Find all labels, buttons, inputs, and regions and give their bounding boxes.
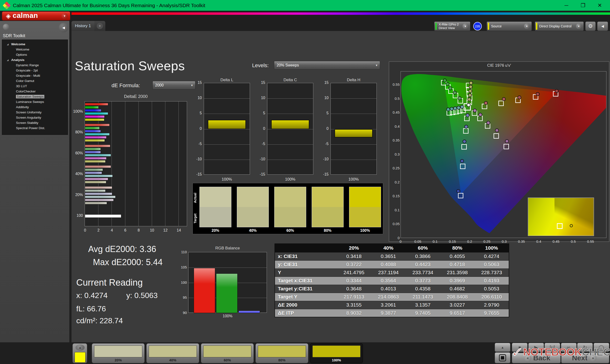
restore-button[interactable]: ❐ [575,0,591,11]
deltae-group-label: 40% [71,172,83,176]
delta-y-tick: 5 [255,111,265,115]
next-button[interactable]: Next » [561,353,609,363]
record-button[interactable]: ◯ [594,343,609,352]
stop-button[interactable]: ⏹ [512,343,528,352]
gridline [204,114,250,114]
stop-measure-button[interactable] [495,352,510,363]
back-button[interactable]: « Back [512,353,561,363]
target-color [274,207,306,227]
gridline [331,160,376,160]
gridline [204,160,250,160]
table-cell: 0.5063 [474,260,509,269]
cie-chart-panel: CIE 1976 u'v' [389,62,609,242]
delta-y-tick: -10 [191,157,202,161]
calman-menu-button[interactable]: ◈ calman ▼ [2,12,70,21]
sidebar-item-grayscale-2pt[interactable]: Grayscale - 2pt [2,68,68,73]
compare-swatch-40% [237,187,269,227]
sidebar-item-saturation-sweeps[interactable]: Saturation Sweeps [2,94,68,99]
table-cell: 0.3651 [371,252,406,260]
pattern-button[interactable]: [u] [545,343,560,352]
compare-swatch-20% [199,187,231,227]
sidebar-item-colorchecker[interactable]: ColorChecker [2,89,68,94]
sidebar-item-welcome[interactable]: Welcome [2,47,68,52]
display-control-dropdown[interactable]: Direct Display Control ▼ [535,21,584,31]
levels-label: Levels: [252,62,269,69]
compare-swatch-60% [274,187,306,227]
table-row: Y241.4795237.1194233.7734231.3598228.737… [275,269,509,277]
deltae-bar [85,136,106,139]
close-button[interactable]: ✕ [591,0,608,11]
table-row-label: ΔE ITP [275,309,337,317]
swatch-label: 100% [310,358,363,362]
play-button[interactable]: ▶ [528,343,544,352]
cie-x-tick: 0.15 [447,239,457,244]
settings-button[interactable]: ⚙ [585,21,596,31]
chevron-up-icon[interactable]: ▲ [76,344,85,351]
add-tab-button[interactable]: + [94,21,105,31]
inset-measured-marker [570,224,573,227]
sidebar-item-luminance-sweeps[interactable]: Luminance Sweeps [2,99,68,104]
swatch-color [258,345,306,357]
meter-mode: Direct View [439,26,459,30]
levels-select[interactable]: 20% Sweeps ▼ [274,61,380,70]
chevron-down-icon: ▼ [62,13,68,19]
sidebar-item-dynamic-range[interactable]: Dynamic Range [2,63,68,68]
saturation-swatch-80%[interactable]: 80% [255,343,308,363]
loop-button[interactable]: ∞ [561,343,577,352]
saturation-swatch-40%[interactable]: 40% [146,343,199,363]
sidebar-item-additivity[interactable]: Additivity [2,104,68,110]
saturation-swatch-60%[interactable]: 60% [201,343,254,363]
tab-history-1[interactable]: History 1 [71,21,94,31]
rgb-bar-red [194,268,215,313]
source-status-stripe [488,23,489,30]
deltae-bar [85,214,121,218]
table-row-label: Y [275,269,337,277]
active-patch-panel[interactable]: ▲ [72,343,87,363]
table-row-label: ΔE 2000 [275,301,337,309]
tree-expand-icon[interactable]: ◢ [7,57,9,63]
actual-color [200,187,231,207]
tree-expand-icon[interactable]: ◢ [7,42,9,47]
sidebar-item-3d-lut[interactable]: 3D LUT [2,84,68,89]
gridline [267,160,313,160]
sidebar-item-options[interactable]: Options [2,52,68,57]
table-cell: 211.1473 [405,293,440,301]
delta-chart-title: Delta L [204,78,250,82]
de-formula-select[interactable]: 2000 ▼ [153,81,195,90]
expand-transport-button[interactable]: ▲ [495,343,510,352]
sidebar-item-grayscale-multi[interactable]: Grayscale - Multi [2,73,68,78]
rgb-y-tick: 110 [176,250,187,254]
compare-swatch-label: 20% [199,228,231,233]
source-dropdown[interactable]: Source ▼ [487,21,532,31]
delta-y-tick: -15 [191,172,202,177]
sidebar-item-spectral-power-dist-[interactable]: Spectral Power Dist. [2,126,68,131]
rgb-y-tick: 105 [176,265,187,269]
saturation-swatch-20%[interactable]: 20% [92,343,145,363]
play-icon: ▶ [534,344,538,350]
deltae-bar [85,195,116,198]
collapse-panel-button[interactable]: ◀ [597,21,608,31]
gridline [165,102,165,226]
sidebar-item-analysis[interactable]: ◢Analysis [2,57,68,63]
refresh-button[interactable]: ↻ [577,343,593,352]
deltae-group-label: 60% [71,151,83,155]
sidebar-item-screen-angularity[interactable]: Screen Angularity [2,115,68,120]
deltae-x-tick: 14 [176,228,182,233]
sidebar-collapse-button[interactable]: ◀ [59,23,68,32]
minimize-button[interactable]: ─ [558,0,575,11]
saturation-swatch-100%[interactable]: 100% [310,343,363,363]
meter-count-badge[interactable]: 235 [473,22,482,30]
sidebar-item-color-gamut[interactable]: Color Gamut [2,78,68,84]
table-cell: 206.6110 [474,293,509,301]
gridline [267,144,313,145]
deltae-bar [85,115,104,118]
meter-dropdown[interactable]: X-Rite i1Pro 2 Direct View ▼ [434,21,470,31]
delta-y-tick: -5 [255,142,265,146]
cie-x-tick: 0.55 [586,239,595,244]
table-cell: 8.9032 [337,309,371,317]
sidebar-item-welcome[interactable]: ◢Welcome [2,42,68,47]
sidebar-item-screen-uniformity[interactable]: Screen Uniformity [2,110,68,115]
sidebar-item-screen-stability[interactable]: Screen Stability [2,120,68,126]
cie-y-tick: 0.05 [389,222,400,226]
gridline [204,144,250,145]
